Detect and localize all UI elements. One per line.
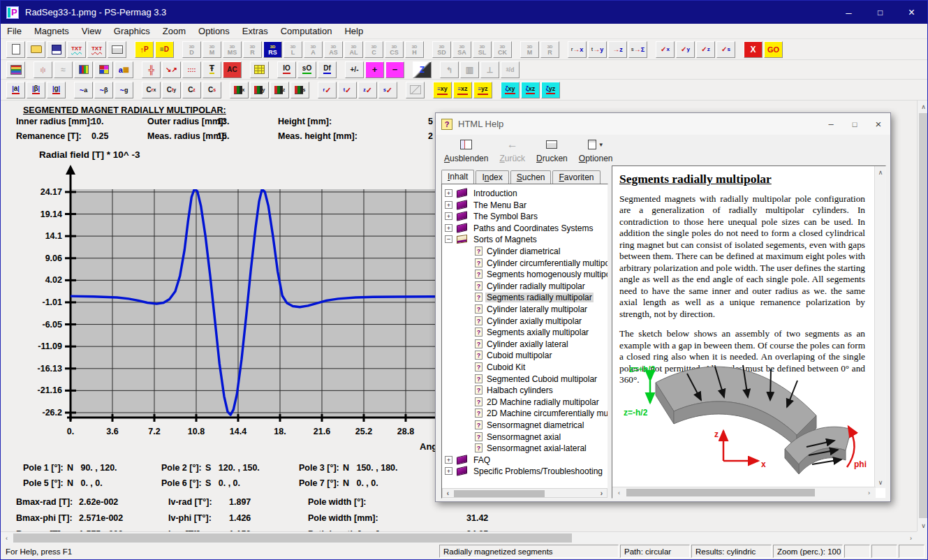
tree-item[interactable]: ?Cuboid multipolar xyxy=(442,350,607,361)
bars-x-button[interactable]: x xyxy=(230,82,249,98)
curve-rx-button[interactable]: Crx xyxy=(142,82,161,98)
tree-item[interactable]: +Paths and Coordinates Systems xyxy=(442,223,607,234)
save-file-button[interactable] xyxy=(47,41,66,58)
expand-icon[interactable]: + xyxy=(445,456,452,464)
color-bars-button[interactable] xyxy=(74,61,93,78)
tree-item[interactable]: ?Cylinder laterally multipolar xyxy=(442,304,607,315)
menu-computation[interactable]: Computation xyxy=(274,24,339,38)
export-txt-cyan-button[interactable]: TXT xyxy=(67,41,86,58)
color-mosaic-button[interactable] xyxy=(94,61,113,78)
plane-yz-button[interactable]: ≡yz xyxy=(473,82,492,98)
tree-item-label[interactable]: Cylinder diametrical xyxy=(485,246,561,256)
tree-item-label[interactable]: 2D Machine circumferentially multi xyxy=(485,408,608,418)
help-scroll-up-icon[interactable]: ∧ xyxy=(875,166,886,178)
zoom-out-button[interactable]: − xyxy=(385,61,404,78)
section-xz-button[interactable]: ζxz xyxy=(521,82,540,98)
marker-button[interactable]: Ŧ xyxy=(202,61,221,78)
result-to-x-button[interactable]: r→x xyxy=(568,41,587,58)
wave-gamma-button[interactable]: ~g xyxy=(115,82,133,98)
magnet-3d-rs-button[interactable]: 3DRS xyxy=(263,41,282,58)
horizontal-scroll-thumb[interactable] xyxy=(13,533,572,543)
scroll-up-icon[interactable]: ∧ xyxy=(918,101,928,112)
curve-s-button[interactable]: Cs xyxy=(202,82,221,98)
tree-item[interactable]: +FAQ xyxy=(442,455,607,466)
graph-z-button[interactable]: ✓z xyxy=(696,41,715,58)
so-button[interactable]: sO xyxy=(297,61,316,78)
minimize-button[interactable]: – xyxy=(833,1,864,24)
result-to-y-button[interactable]: t→y xyxy=(588,41,607,58)
tree-item-label[interactable]: Paths and Coordinates Systems xyxy=(472,223,594,233)
tree-item[interactable]: ?Cylinder axially multipolar xyxy=(442,316,607,327)
palette-button[interactable] xyxy=(6,61,25,78)
tree-scroll-thumb[interactable] xyxy=(454,490,545,497)
curve-z-button[interactable]: Cz xyxy=(182,82,201,98)
ac-button[interactable]: AC xyxy=(223,61,242,78)
menu-view[interactable]: View xyxy=(75,24,108,38)
tree-scroll-left-icon[interactable]: ‹ xyxy=(443,489,453,497)
tree-item-label[interactable]: Introduction xyxy=(472,189,519,198)
open-file-button[interactable] xyxy=(27,41,45,58)
alpha-profile-button[interactable]: |a| xyxy=(6,82,25,98)
help-close-button[interactable]: × xyxy=(867,113,890,135)
maximize-button[interactable]: □ xyxy=(864,1,896,24)
expand-icon[interactable]: + xyxy=(445,189,452,197)
plane-xy-button[interactable]: ≡xy xyxy=(433,82,452,98)
result-to-sum-button[interactable]: s→Σ xyxy=(628,41,647,58)
tree-item-label[interactable]: Cylinder radially multipolar xyxy=(485,281,587,291)
help-horizontal-scrollbar[interactable]: ‹ › xyxy=(612,487,876,498)
zoom-in-button[interactable]: + xyxy=(365,61,384,78)
check-z-button[interactable]: z✓ xyxy=(358,82,377,98)
plane-xz-button[interactable]: ≡xz xyxy=(453,82,472,98)
help-vertical-scrollbar[interactable]: ∧ ∨ xyxy=(874,166,885,488)
help-minimize-button[interactable]: – xyxy=(819,113,843,135)
main-vertical-scrollbar[interactable]: ∧ ∨ xyxy=(917,101,928,531)
tree-item[interactable]: ?Cylinder radially multipolar xyxy=(442,281,607,292)
check-r-button[interactable]: r✓ xyxy=(318,82,337,98)
menu-help[interactable]: Help xyxy=(338,24,369,38)
tree-item-label[interactable]: Segments radially multipolar xyxy=(485,293,594,302)
help-drucken-button[interactable]: Drucken xyxy=(536,137,568,163)
collapse-icon[interactable]: − xyxy=(445,235,452,243)
menu-zoom[interactable]: Zoom xyxy=(156,24,192,38)
expand-icon[interactable]: + xyxy=(445,224,452,232)
tree-item-label[interactable]: Sorts of Magnets xyxy=(472,235,538,244)
menu-magnets[interactable]: Magnets xyxy=(28,24,75,38)
tree-item[interactable]: +Specific Problems/Troubleshooting xyxy=(442,466,607,477)
tree-scroll-right-icon[interactable]: › xyxy=(596,489,607,497)
result-to-z-button[interactable]: →z xyxy=(608,41,627,58)
main-horizontal-scrollbar[interactable]: ‹ › xyxy=(1,531,917,543)
tree-item[interactable]: ?Sensormagnet axial-lateral xyxy=(442,443,607,454)
tree-horizontal-scrollbar[interactable]: ‹ › xyxy=(442,488,607,498)
tree-item-label[interactable]: Segments homogenously multipolar xyxy=(485,270,608,279)
tree-item[interactable]: ?Segments radially multipolar xyxy=(442,292,607,303)
tree-item[interactable]: ?Halbach cylinders xyxy=(442,385,607,396)
print-button[interactable] xyxy=(108,41,126,58)
scroll-down-icon[interactable]: ∨ xyxy=(918,520,928,531)
grid-button[interactable]: ╬ xyxy=(142,61,161,78)
tree-item[interactable]: +Introduction xyxy=(442,188,607,199)
tree-item[interactable]: ?Cylinder circumferentially multipolar xyxy=(442,258,607,269)
tree-item[interactable]: −Sorts of Magnets xyxy=(442,234,607,245)
help-maximize-button[interactable]: □ xyxy=(843,113,867,135)
tree-item[interactable]: ?Segmented Cuboid multipolar xyxy=(442,374,607,385)
beta-profile-button[interactable]: |β| xyxy=(27,82,45,98)
tree-item[interactable]: ?2D Machine circumferentially multi xyxy=(442,408,607,419)
tree-item-label[interactable]: FAQ xyxy=(472,455,492,465)
tree-item-label[interactable]: Cylinder circumferentially multipolar xyxy=(485,258,608,268)
curve-ty-button[interactable]: Cty xyxy=(162,82,181,98)
export-txt-red-button[interactable]: TXT xyxy=(87,41,106,58)
tree-item-label[interactable]: Segments axially multipolar xyxy=(485,327,590,337)
help-scroll-right-icon[interactable]: › xyxy=(864,487,874,499)
new-file-button[interactable] xyxy=(6,41,25,58)
help-optionen-button[interactable]: ▼Optionen xyxy=(579,137,613,163)
z-contrast-button[interactable]: Z xyxy=(413,61,432,78)
bars-s-button[interactable]: s xyxy=(290,82,309,98)
scroll-left-icon[interactable]: ‹ xyxy=(1,532,13,544)
section-xy-button[interactable]: ζxy xyxy=(501,82,520,98)
tree-item-label[interactable]: The Menu Bar xyxy=(472,200,528,210)
data-d-button[interactable]: ≡D xyxy=(155,41,174,58)
section-yz-button[interactable]: ζyz xyxy=(541,82,560,98)
menu-options[interactable]: Options xyxy=(192,24,236,38)
expand-icon[interactable]: + xyxy=(445,201,452,209)
check-t-button[interactable]: t✓ xyxy=(338,82,357,98)
